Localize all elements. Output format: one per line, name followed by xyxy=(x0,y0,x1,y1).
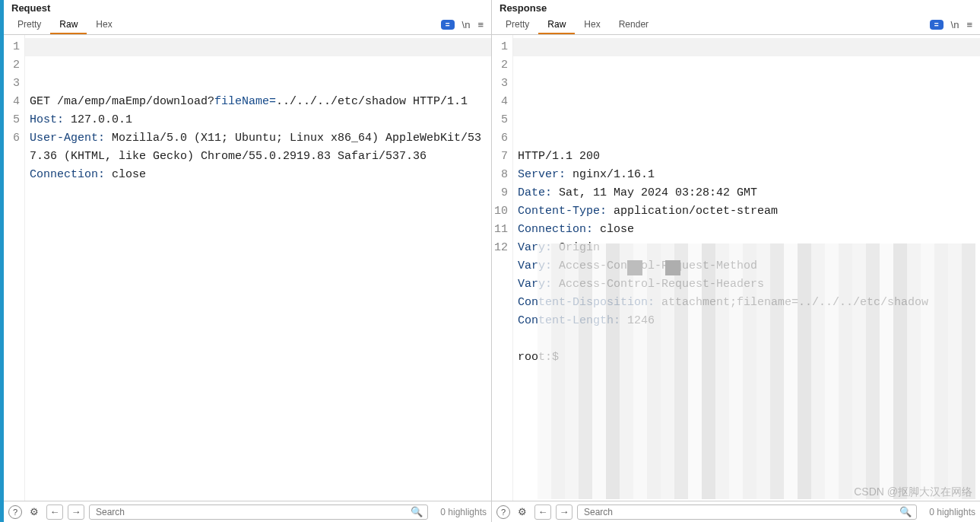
request-highlight-count: 0 highlights xyxy=(433,507,487,517)
request-title: Request xyxy=(4,0,491,15)
response-search-input[interactable] xyxy=(582,506,899,518)
code-line: Vary: Origin xyxy=(518,239,975,257)
next-match-icon[interactable]: → xyxy=(68,504,84,520)
response-editor[interactable]: 123456789101112 HTTP/1.1 200Server: ngin… xyxy=(492,35,980,501)
code-line: Vary: Access-Control-Request-Method xyxy=(518,257,975,275)
code-line: GET /ma/emp/maEmp/download?fileName=../.… xyxy=(30,93,487,111)
actions-badge-icon[interactable]: = xyxy=(930,20,944,30)
show-nonprintable-icon[interactable]: \n xyxy=(462,19,471,30)
code-line: HTTP/1.1 200 xyxy=(518,148,975,166)
hamburger-icon[interactable]: ≡ xyxy=(966,19,972,30)
help-icon[interactable]: ? xyxy=(496,505,510,519)
response-bottombar: ? ⚙ ← → 🔍 0 highlights xyxy=(492,501,980,522)
prev-match-icon[interactable]: ← xyxy=(46,504,63,520)
request-tabbar: Pretty Raw Hex = \n ≡ xyxy=(4,15,491,35)
code-line: Content-Type: application/octet-stream xyxy=(518,202,975,221)
request-panel: Request Pretty Raw Hex = \n ≡ 123456 GET… xyxy=(4,0,492,522)
request-editor[interactable]: 123456 GET /ma/emp/maEmp/download?fileNa… xyxy=(4,35,491,501)
response-code-area[interactable]: HTTP/1.1 200Server: nginx/1.16.1Date: Sa… xyxy=(513,35,980,501)
response-line-gutter: 123456789101112 xyxy=(492,35,513,501)
code-line: Connection: close xyxy=(518,221,975,239)
response-panel: Response Pretty Raw Hex Render = \n ≡ 12… xyxy=(492,0,980,522)
request-line-gutter: 123456 xyxy=(4,35,25,501)
code-line xyxy=(30,202,487,221)
request-search-input[interactable] xyxy=(94,506,411,518)
gear-icon[interactable]: ⚙ xyxy=(27,504,42,520)
show-nonprintable-icon[interactable]: \n xyxy=(951,19,959,30)
gear-icon[interactable]: ⚙ xyxy=(515,504,530,520)
search-icon[interactable]: 🔍 xyxy=(899,506,912,517)
code-line: Content-Length: 1246 xyxy=(518,312,975,330)
code-line: User-Agent: Mozilla/5.0 (X11; Ubuntu; Li… xyxy=(30,129,487,166)
response-highlight-count: 0 highlights xyxy=(921,507,975,517)
code-line xyxy=(518,330,975,349)
prev-match-icon[interactable]: ← xyxy=(534,504,551,520)
code-line: Host: 127.0.0.1 xyxy=(30,111,487,129)
next-match-icon[interactable]: → xyxy=(556,504,572,520)
request-search-box[interactable]: 🔍 xyxy=(89,504,428,520)
tab-pretty[interactable]: Pretty xyxy=(496,16,538,34)
tab-pretty[interactable]: Pretty xyxy=(8,16,50,34)
tab-raw[interactable]: Raw xyxy=(538,16,575,34)
response-tabbar: Pretty Raw Hex Render = \n ≡ xyxy=(492,15,980,35)
help-icon[interactable]: ? xyxy=(8,505,22,519)
hamburger-icon[interactable]: ≡ xyxy=(477,19,484,30)
code-line: Date: Sat, 11 May 2024 03:28:42 GMT xyxy=(518,184,975,202)
code-line: Vary: Access-Control-Request-Headers xyxy=(518,275,975,294)
search-icon[interactable]: 🔍 xyxy=(411,506,423,517)
code-line: Server: nginx/1.16.1 xyxy=(518,166,975,184)
request-bottombar: ? ⚙ ← → 🔍 0 highlights xyxy=(4,501,491,522)
response-search-box[interactable]: 🔍 xyxy=(577,504,917,520)
tab-render[interactable]: Render xyxy=(610,16,658,34)
code-line: Content-Disposition: attachment;filename… xyxy=(518,294,975,312)
tab-raw[interactable]: Raw xyxy=(50,16,87,34)
code-line: root:$ xyxy=(518,349,975,367)
tab-hex[interactable]: Hex xyxy=(87,16,121,34)
tab-hex[interactable]: Hex xyxy=(575,16,609,34)
app-root: Request Pretty Raw Hex = \n ≡ 123456 GET… xyxy=(0,0,980,522)
code-line: Connection: close xyxy=(30,166,487,184)
response-title: Response xyxy=(492,0,980,15)
request-code-area[interactable]: GET /ma/emp/maEmp/download?fileName=../.… xyxy=(25,35,491,501)
actions-badge-icon[interactable]: = xyxy=(441,20,455,30)
code-line xyxy=(30,184,487,202)
